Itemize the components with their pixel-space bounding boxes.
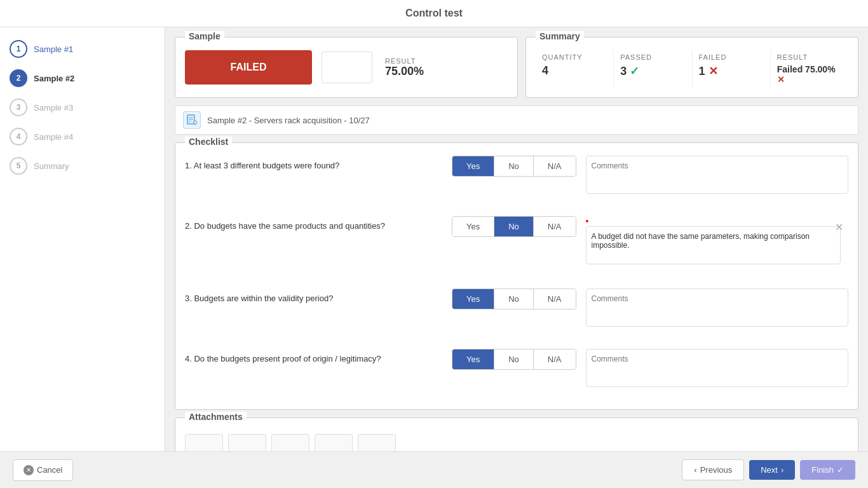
comment-input-3[interactable]	[586, 288, 848, 327]
result-value: 75.00%	[385, 65, 424, 78]
check-icon-finish: ✓	[837, 465, 844, 475]
failed-value: 1 ✕	[699, 64, 764, 78]
summary-result-icon: ✕	[777, 74, 785, 85]
summary-legend: Summary	[536, 31, 584, 41]
sidebar-label-5: Summary	[34, 161, 69, 171]
result-label: RESULT	[385, 57, 424, 65]
checklist-legend: Checklist	[185, 137, 232, 147]
yes-button-2[interactable]: Yes	[452, 217, 494, 236]
footer: ✕ Cancel ‹ Previous Next › Finish ✓	[0, 451, 868, 488]
sidebar-item-4[interactable]: 4 Sample #4	[10, 128, 155, 146]
next-button[interactable]: Next ›	[749, 460, 795, 480]
sidebar-circle-5: 5	[10, 157, 27, 175]
na-button-2[interactable]: N/A	[533, 217, 576, 236]
passed-value: 3 ✓	[620, 64, 685, 78]
sidebar-circle-4: 4	[10, 128, 27, 146]
checklist-question-4: 4. Do the budgets present proof of origi…	[185, 349, 452, 363]
sidebar-circle-1: 1	[10, 40, 27, 58]
failed-label: FAILED	[699, 53, 764, 61]
quantity-value: 4	[542, 64, 607, 78]
passed-check-icon: ✓	[630, 65, 639, 78]
footer-right: ‹ Previous Next › Finish ✓	[682, 459, 855, 480]
no-button-4[interactable]: No	[494, 349, 533, 369]
na-button-1[interactable]: N/A	[533, 156, 576, 176]
failed-button[interactable]: FAILED	[185, 50, 312, 85]
passed-label: PASSED	[620, 53, 685, 61]
sidebar-circle-2: 2	[10, 69, 27, 87]
chevron-right-icon-next: ›	[781, 465, 783, 475]
sample-result: RESULT 75.00%	[385, 57, 424, 78]
comment-input-2[interactable]: A budget did not have the same parameter…	[586, 226, 841, 264]
summary-failed: FAILED 1 ✕	[693, 50, 771, 88]
checklist-question-3: 3. Budgets are within the validity perio…	[185, 288, 452, 303]
sidebar-item-5[interactable]: 5 Summary	[10, 157, 155, 175]
sample-inner: FAILED RESULT 75.00%	[185, 50, 508, 85]
sample-bar-text: Sample #2 - Servers rack acquisition - 1…	[207, 116, 370, 125]
summary-result-label: RESULT	[777, 53, 842, 61]
checklist-item-4: 4. Do the budgets present proof of origi…	[185, 349, 848, 396]
checklist-buttons-1: Yes No N/A	[452, 156, 576, 177]
sample-bar: ! Sample #2 - Servers rack acquisition -…	[175, 105, 858, 135]
attachments-legend: Attachments	[185, 412, 247, 422]
no-button-2[interactable]: No	[494, 217, 533, 236]
sample-bar-icon: !	[183, 111, 201, 129]
clear-comment-button-2[interactable]: ✕	[835, 221, 843, 233]
sidebar: 1 Sample #1 2 Sample #2 3 Sample #3 4 Sa…	[0, 27, 165, 459]
summary-quantity: QUANTITY 4	[536, 50, 614, 88]
yes-button-1[interactable]: Yes	[452, 156, 494, 176]
sample-legend: Sample	[185, 31, 224, 41]
no-button-1[interactable]: No	[494, 156, 533, 176]
top-row: Sample FAILED RESULT 75.00% Summary QUAN…	[175, 37, 858, 98]
chevron-left-icon-prev: ‹	[694, 465, 696, 475]
footer-left: ✕ Cancel	[13, 459, 73, 481]
summary-box: Summary QUANTITY 4 PASSED 3 ✓ FAILED	[526, 37, 858, 98]
yes-button-4[interactable]: Yes	[452, 349, 494, 369]
checklist-box: Checklist 1. At least 3 different budget…	[175, 142, 858, 410]
checklist-item-2: 2. Do budgets have the same products and…	[185, 216, 848, 276]
sidebar-label-1: Sample #1	[34, 44, 73, 54]
finish-button[interactable]: Finish ✓	[800, 460, 855, 480]
summary-result-value: Failed 75.00% ✕	[777, 64, 842, 85]
sample-box: Sample FAILED RESULT 75.00%	[175, 37, 518, 98]
summary-passed: PASSED 3 ✓	[614, 50, 692, 88]
sidebar-item-1[interactable]: 1 Sample #1	[10, 40, 155, 58]
sidebar-circle-3: 3	[10, 98, 27, 116]
document-icon: !	[186, 114, 198, 126]
quantity-label: QUANTITY	[542, 53, 607, 61]
sidebar-item-2[interactable]: 2 Sample #2	[10, 69, 155, 87]
previous-button[interactable]: ‹ Previous	[682, 459, 744, 480]
no-button-3[interactable]: No	[494, 289, 533, 309]
summary-table: QUANTITY 4 PASSED 3 ✓ FAILED 1 ✕	[536, 50, 848, 88]
cancel-button[interactable]: ✕ Cancel	[13, 459, 73, 481]
yes-button-3[interactable]: Yes	[452, 289, 494, 309]
sidebar-item-3[interactable]: 3 Sample #3	[10, 98, 155, 116]
comment-input-1[interactable]	[586, 156, 848, 194]
cancel-icon: ✕	[24, 465, 34, 475]
summary-result: RESULT Failed 75.00% ✕	[771, 50, 848, 88]
comment-input-4[interactable]	[586, 349, 848, 387]
failed-cross-icon: ✕	[709, 65, 718, 78]
na-button-4[interactable]: N/A	[533, 349, 576, 369]
checklist-buttons-4: Yes No N/A	[452, 349, 576, 370]
checklist-item-3: 3. Budgets are within the validity perio…	[185, 288, 848, 336]
na-button-3[interactable]: N/A	[533, 289, 576, 309]
checklist-question-2: 2. Do budgets have the same products and…	[185, 216, 452, 231]
checklist-question-1: 1. At least 3 different budgets were fou…	[185, 156, 452, 170]
sidebar-label-3: Sample #3	[34, 103, 73, 112]
checklist-buttons-3: Yes No N/A	[452, 288, 576, 309]
checklist-item-1: 1. At least 3 different budgets were fou…	[185, 156, 848, 203]
checklist-buttons-2: Yes No N/A	[452, 216, 576, 237]
sidebar-label-4: Sample #4	[34, 132, 73, 142]
required-indicator-2: •	[586, 216, 589, 226]
main-content: Sample FAILED RESULT 75.00% Summary QUAN…	[165, 27, 868, 487]
sidebar-label-2: Sample #2	[34, 74, 74, 83]
page-title: Control test	[0, 0, 868, 27]
